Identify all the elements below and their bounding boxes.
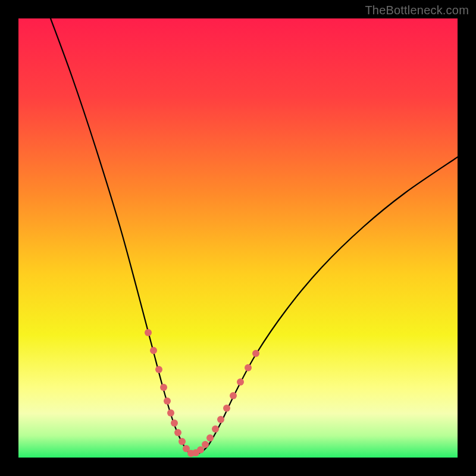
- marker-dot: [237, 378, 244, 386]
- watermark-text: TheBottleneck.com: [365, 4, 469, 17]
- plot-area: [18, 18, 458, 458]
- marker-dot: [217, 416, 224, 423]
- bottleneck-curve: [51, 18, 458, 455]
- marker-dot: [178, 438, 186, 445]
- marker-dot: [150, 347, 157, 354]
- marker-dot: [223, 405, 230, 412]
- marker-dot: [171, 419, 178, 427]
- marker-dot: [167, 409, 174, 416]
- highlight-markers: [145, 329, 259, 457]
- marker-dot: [174, 429, 181, 436]
- marker-dot: [197, 446, 204, 453]
- marker-dot: [202, 441, 209, 448]
- marker-dot: [252, 350, 259, 357]
- marker-dot: [212, 425, 219, 433]
- curve-layer: [18, 18, 458, 458]
- marker-dot: [164, 397, 171, 405]
- marker-dot: [145, 329, 152, 336]
- marker-dot: [230, 392, 237, 399]
- marker-dot: [245, 364, 252, 371]
- chart-frame: TheBottleneck.com: [0, 0, 476, 476]
- marker-dot: [206, 434, 214, 441]
- marker-dot: [155, 366, 162, 373]
- marker-dot: [160, 384, 167, 391]
